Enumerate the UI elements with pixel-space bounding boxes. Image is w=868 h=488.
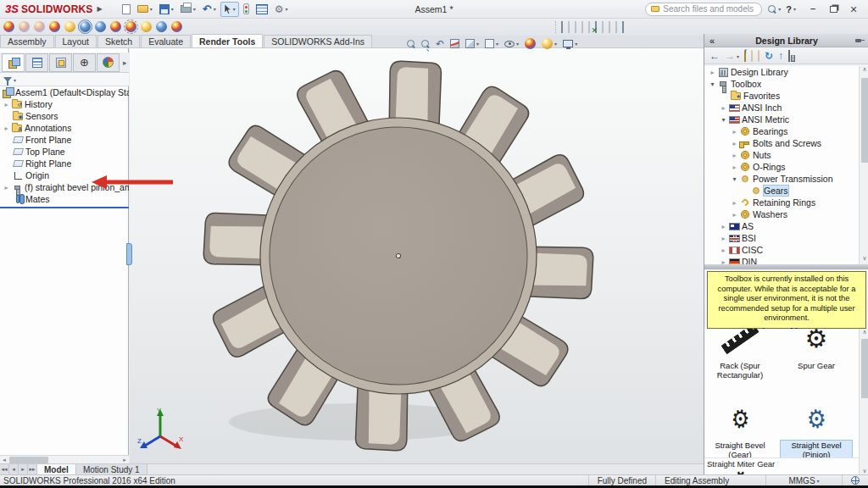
tree-filter[interactable] [0, 73, 129, 86]
dl-item-o-rings[interactable]: O-Rings [704, 161, 859, 173]
view-orientation-button[interactable] [465, 39, 479, 48]
previous-view-button[interactable] [436, 39, 444, 49]
final-render-button[interactable] [110, 21, 121, 34]
chevron-down-icon[interactable] [708, 80, 717, 88]
copy-appearance-button[interactable] [19, 21, 30, 34]
chevron-right-icon[interactable] [730, 128, 739, 136]
scroll-down-icon[interactable]: ∨ [860, 468, 868, 474]
tree-item-right-plane[interactable]: Right Plane [0, 158, 129, 169]
dl-item-toolbox[interactable]: Toolbox [704, 78, 859, 90]
dl-item-favorites[interactable]: ★ Favorites [704, 90, 859, 102]
hole-table-button[interactable] [588, 22, 590, 32]
tree-item-annotations[interactable]: A Annotations [0, 122, 129, 134]
apply-scene-button[interactable] [542, 38, 557, 49]
tab-configuration-manager[interactable] [49, 53, 72, 72]
chevron-right-icon[interactable] [719, 223, 728, 230]
dl-item-cisc[interactable]: CISC [704, 244, 859, 256]
chevron-right-icon[interactable] [719, 235, 728, 242]
tab-layout[interactable]: Layout [55, 35, 97, 47]
dl-item-washers[interactable]: Washers [704, 208, 859, 220]
scroll-down-icon[interactable]: ∨ [860, 255, 868, 264]
dl-item-din[interactable]: DIN [704, 256, 859, 264]
tree-item-sensors[interactable]: ◉ Sensors [0, 110, 129, 122]
graphics-viewport[interactable]: Y X Z [130, 48, 704, 463]
thumb-straight-bevel-pinion[interactable]: Straight Bevel (Pinion) [781, 398, 852, 460]
tree-item-top-plane[interactable]: Top Plane [0, 146, 129, 158]
tab-scroll-first-icon[interactable]: ◂◂ [0, 464, 9, 474]
tab-property-manager[interactable] [25, 53, 48, 72]
tab-evaluate[interactable]: Evaluate [141, 35, 191, 47]
chevron-right-icon[interactable] [2, 184, 11, 191]
units-selector[interactable]: MMGS [765, 475, 842, 485]
model-tab[interactable]: Model [37, 464, 76, 474]
panel-splitter-tab[interactable] [126, 243, 132, 265]
rollback-bar[interactable] [0, 207, 129, 208]
create-folder-button[interactable] [758, 51, 760, 61]
schedule-render-button[interactable] [171, 21, 182, 34]
general-table-button[interactable] [561, 22, 563, 32]
tree-item-mates[interactable]: Mates [0, 193, 129, 205]
weldment-cutlist-button[interactable] [581, 22, 583, 32]
tree-item-history[interactable]: ↺ History [0, 98, 129, 110]
forward-button[interactable] [725, 50, 739, 62]
revision-table-button[interactable] [602, 22, 604, 32]
edit-appearance-button[interactable] [3, 21, 14, 34]
edit-decal-button[interactable] [64, 21, 75, 34]
zoom-to-fit-button[interactable] [407, 40, 415, 48]
tab-render-tools[interactable]: Render Tools [192, 34, 263, 47]
dl-item-bolts-and-screws[interactable]: Bolts and Screws [704, 137, 859, 149]
tab-feature-tree[interactable] [2, 53, 25, 72]
add-to-library-button[interactable] [744, 51, 746, 61]
refresh-button[interactable] [765, 50, 773, 62]
scroll-right-icon[interactable]: ▸ [120, 457, 129, 463]
paste-appearance-button[interactable] [34, 21, 45, 34]
configure-toolbox-button[interactable] [788, 51, 790, 61]
dl-item-retaining-rings[interactable]: Retaining Rings [704, 197, 859, 208]
scrollbar-thumb[interactable] [861, 339, 868, 398]
dl-item-power-transmission[interactable]: Power Transmission [704, 173, 859, 185]
tags-segment[interactable] [842, 475, 868, 485]
scrollbar-thumb[interactable] [861, 78, 868, 163]
chevron-down-icon[interactable] [730, 175, 739, 183]
hide-show-items-button[interactable] [504, 41, 519, 47]
tolerance-table-button[interactable] [615, 22, 617, 32]
design-table-button[interactable] [568, 22, 570, 32]
thumbnails-scrollbar[interactable]: ∧ ∨ [859, 329, 868, 474]
chevron-right-icon[interactable] [730, 164, 739, 171]
dl-item-bsi[interactable]: BSI [704, 232, 859, 244]
tab-scroll-last-icon[interactable]: ▸▸ [28, 464, 37, 474]
tree-item-front-plane[interactable]: Front Plane [0, 134, 129, 146]
chevron-right-icon[interactable] [730, 152, 739, 159]
thumb-spur-gear[interactable]: Spur Gear [781, 329, 852, 370]
scrollbar-thumb[interactable] [9, 457, 48, 463]
excel-bom-button[interactable] [595, 22, 597, 32]
scroll-left-icon[interactable]: ◂ [0, 457, 8, 463]
miter-gear-label-row[interactable]: Straight Miter Gear [704, 458, 859, 469]
back-button[interactable] [709, 50, 720, 62]
zoom-to-area-button[interactable] [421, 40, 430, 48]
dl-item-bearings[interactable]: Bearings [704, 125, 859, 137]
dl-item-nuts[interactable]: Nuts [704, 149, 859, 161]
dl-item-gears[interactable]: Gears [704, 185, 859, 197]
tab-display-manager[interactable] [97, 53, 120, 72]
chevron-right-icon[interactable] [730, 211, 739, 219]
dl-item-ansi-inch[interactable]: ANSI Inch [704, 102, 859, 114]
edit-appearance-hud-button[interactable] [525, 38, 536, 49]
chevron-down-icon[interactable] [719, 116, 728, 124]
tree-vertical-scrollbar[interactable]: ∧ ∨ [859, 66, 868, 264]
render-region-button[interactable] [125, 21, 136, 34]
magnetic-lines-button[interactable] [622, 22, 624, 32]
chevron-right-icon[interactable] [730, 140, 739, 147]
section-view-button[interactable] [450, 39, 459, 48]
dl-item-ansi-metric[interactable]: ANSI Metric [704, 114, 859, 125]
thumb-rack-spur[interactable]: Rack (Spur Rectangular) [704, 329, 776, 380]
tab-sketch[interactable]: Sketch [97, 35, 140, 47]
tree-root[interactable]: Assem1 (Default<Display State-1>) [0, 86, 129, 98]
chevron-right-icon[interactable] [2, 125, 11, 132]
tab-scroll-right-icon[interactable]: ▸ [19, 464, 28, 474]
title-block-table-button[interactable] [609, 22, 610, 32]
add-file-location-button[interactable] [751, 51, 753, 61]
chevron-right-icon[interactable] [719, 247, 728, 254]
chevron-right-icon[interactable] [2, 101, 11, 108]
chevron-right-icon[interactable] [708, 69, 717, 76]
